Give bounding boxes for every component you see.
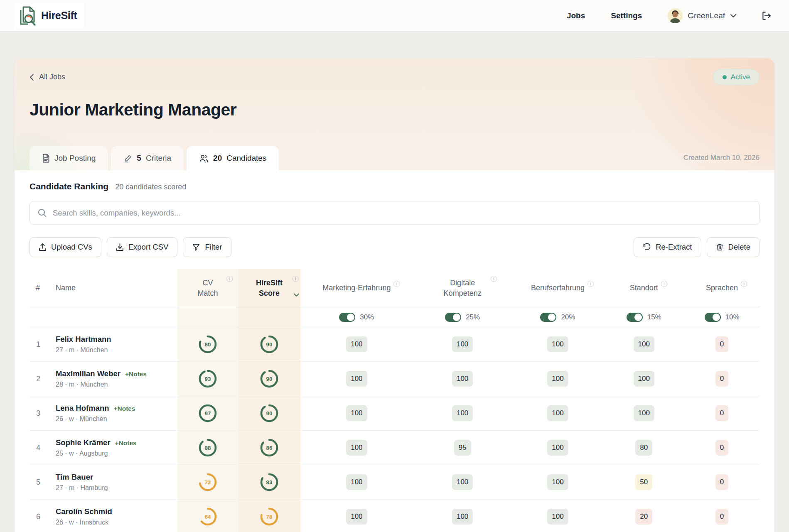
- filter-button[interactable]: Filter: [183, 237, 231, 257]
- sort-descending-icon[interactable]: [293, 293, 300, 297]
- info-icon[interactable]: i: [491, 276, 497, 282]
- nav-jobs[interactable]: Jobs: [567, 11, 585, 20]
- left-actions: Upload CVs Export CSV Filter: [29, 237, 231, 257]
- table-row[interactable]: 2 Maximilian Weber+Notes 28 · m · Münche…: [29, 362, 760, 396]
- criterion-score-cell: 100: [603, 327, 684, 361]
- nav-settings[interactable]: Settings: [611, 11, 642, 20]
- table-header-row: # Name CV Matchi HireSift Scorei Marketi…: [29, 269, 760, 307]
- upload-cvs-button[interactable]: Upload CVs: [29, 237, 101, 257]
- criterion-score-cell: 100: [300, 396, 413, 430]
- table-row[interactable]: 3 Lena Hofmann+Notes 26 · w · München 97…: [29, 396, 760, 431]
- svg-text:88: 88: [204, 445, 211, 451]
- weight-toggle[interactable]: [627, 313, 643, 322]
- score-chip: 100: [547, 440, 568, 456]
- info-icon[interactable]: i: [292, 276, 299, 282]
- table-row[interactable]: 1 Felix Hartmann 27 · m · München 80 90 …: [29, 327, 760, 362]
- cv-match-cell: 64: [177, 500, 238, 532]
- hiresift-score-ring: 86: [259, 437, 280, 458]
- tab-count: 5: [137, 154, 141, 163]
- weight-toggle[interactable]: [339, 313, 355, 322]
- table-body: 1 Felix Hartmann 27 · m · München 80 90 …: [29, 327, 760, 532]
- table-row[interactable]: 4 Sophie Krämer+Notes 25 · w · Augsburg …: [29, 431, 760, 465]
- criterion-score-cell: 0: [684, 465, 760, 499]
- candidate-name-cell: Tim Bauer 27 · m · Hamburg: [53, 465, 177, 499]
- candidate-name-cell: Lena Hofmann+Notes 26 · w · München: [53, 396, 177, 430]
- candidate-name[interactable]: Carolin Schmid: [56, 507, 112, 516]
- cv-match-cell: 93: [177, 362, 238, 396]
- col-criterion-3[interactable]: Berufserfahrungi: [512, 269, 604, 307]
- criterion-score-cell: 0: [684, 362, 760, 396]
- weight-toggle[interactable]: [705, 313, 721, 322]
- weight-toggle[interactable]: [540, 313, 556, 322]
- candidate-name[interactable]: Tim Bauer: [56, 473, 93, 482]
- score-chip: 95: [454, 440, 471, 456]
- chevron-left-icon: [29, 74, 34, 81]
- col-name: Name: [53, 269, 177, 307]
- weight-toggle[interactable]: [445, 313, 461, 322]
- col-hiresift-score[interactable]: HireSift Scorei: [238, 269, 300, 307]
- svg-text:64: 64: [204, 514, 211, 520]
- candidate-name-cell: Sophie Krämer+Notes 25 · w · Augsburg: [53, 431, 177, 465]
- hiresift-score-cell: 90: [238, 362, 300, 396]
- score-chip: 100: [547, 405, 568, 421]
- candidate-name[interactable]: Felix Hartmann: [56, 335, 111, 344]
- score-chip: 100: [547, 336, 568, 352]
- created-date: Created March 10, 2026: [683, 154, 760, 170]
- svg-text:86: 86: [266, 445, 273, 451]
- score-chip: 100: [634, 336, 654, 352]
- info-icon[interactable]: i: [741, 281, 747, 287]
- weight-percent: 25%: [466, 313, 480, 321]
- criterion-score-cell: 20: [603, 500, 684, 532]
- brand-logo[interactable]: HireSift: [15, 3, 84, 29]
- info-icon[interactable]: i: [587, 281, 594, 287]
- info-icon[interactable]: i: [226, 276, 233, 282]
- notes-link[interactable]: +Notes: [125, 370, 147, 378]
- tab-label: Criteria: [146, 154, 171, 163]
- col-cv-match[interactable]: CV Matchi: [177, 269, 238, 307]
- svg-text:97: 97: [204, 410, 211, 417]
- col-criterion-5[interactable]: Spracheni: [684, 269, 760, 307]
- col-criterion-4[interactable]: Standorti: [603, 269, 684, 307]
- breadcrumb-all-jobs[interactable]: All Jobs: [29, 73, 65, 81]
- criterion-score-cell: 0: [684, 327, 760, 361]
- hiresift-score-ring: 83: [259, 472, 280, 493]
- score-chip: 100: [346, 509, 367, 525]
- search-input[interactable]: [52, 208, 751, 218]
- criterion-score-cell: 80: [603, 431, 684, 465]
- tab-criteria[interactable]: 5 Criteria: [111, 146, 184, 170]
- table-row[interactable]: 6 Carolin Schmid 26 · w · Innsbruck 64 7…: [29, 500, 760, 532]
- criterion-score-cell: 0: [684, 500, 760, 532]
- col-criterion-2[interactable]: Digitale Kompetenzi: [413, 269, 512, 307]
- export-csv-button[interactable]: Export CSV: [107, 237, 178, 257]
- col-rank: #: [29, 269, 53, 307]
- logout-icon[interactable]: [761, 10, 772, 21]
- right-actions: Re-Extract Delete: [634, 237, 760, 257]
- account-name: GreenLeaf: [688, 11, 725, 20]
- weight-percent: 30%: [360, 313, 374, 321]
- search-bar[interactable]: [29, 201, 760, 225]
- tab-job-posting[interactable]: Job Posting: [29, 146, 108, 170]
- criterion-score-cell: 95: [413, 431, 512, 465]
- candidate-meta: 26 · w · München: [56, 415, 107, 423]
- cv-match-ring: 97: [197, 403, 218, 424]
- weight-percent: 10%: [725, 313, 740, 321]
- table-row[interactable]: 5 Tim Bauer 27 · m · Hamburg 72 83 10010…: [29, 465, 760, 500]
- delete-button[interactable]: Delete: [707, 237, 760, 257]
- notes-link[interactable]: +Notes: [113, 405, 135, 412]
- info-icon[interactable]: i: [661, 281, 667, 287]
- score-chip: 0: [715, 405, 728, 421]
- re-extract-button[interactable]: Re-Extract: [634, 237, 701, 257]
- notes-link[interactable]: +Notes: [115, 439, 137, 447]
- tab-candidates[interactable]: 20 Candidates: [187, 146, 279, 170]
- hiresift-score-cell: 90: [238, 396, 300, 430]
- section-title: Candidate Ranking: [29, 181, 108, 191]
- score-chip: 0: [715, 440, 728, 456]
- candidate-name[interactable]: Maximilian Weber: [56, 369, 120, 378]
- score-chip: 100: [452, 509, 473, 525]
- candidate-name[interactable]: Sophie Krämer: [56, 438, 111, 447]
- col-criterion-1[interactable]: Marketing-Erfahrungi: [300, 269, 413, 307]
- cv-match-cell: 72: [177, 465, 238, 499]
- info-icon[interactable]: i: [393, 281, 400, 287]
- candidate-name[interactable]: Lena Hofmann: [56, 404, 109, 413]
- account-menu[interactable]: GreenLeaf: [668, 8, 737, 23]
